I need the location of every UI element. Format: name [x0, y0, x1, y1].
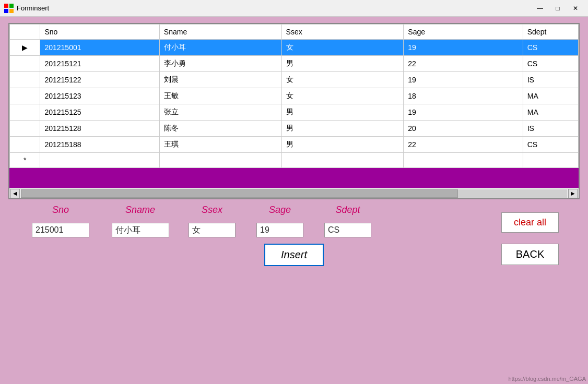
form-labels-row: Sno Sname Ssex Sage Sdept: [19, 205, 569, 219]
label-sage: Sage: [269, 205, 291, 215]
svg-rect-3: [9, 9, 14, 13]
header-sno: Sno: [40, 25, 159, 40]
header-indicator: [10, 25, 40, 40]
data-table-container: Sno Sname Ssex Sage Sdept ▶201215001付小耳女…: [8, 23, 580, 199]
insert-button[interactable]: Insert: [264, 244, 324, 266]
form-actions: Insert clear all BACK: [19, 244, 569, 266]
field-sage: Sage: [246, 205, 314, 219]
header-sname: Sname: [159, 25, 281, 40]
scroll-left-arrow[interactable]: ◀: [10, 189, 20, 198]
title-bar: Forminsert — □ ✕: [0, 0, 588, 17]
scroll-thumb[interactable]: [21, 189, 458, 198]
input-field-sno: [19, 223, 102, 237]
scroll-track[interactable]: [21, 189, 567, 198]
field-sname: Sname: [102, 205, 178, 219]
window-title: Forminsert: [17, 4, 532, 12]
sage-input[interactable]: [256, 223, 303, 237]
horizontal-scrollbar[interactable]: ◀ ▶: [9, 188, 579, 198]
table-header-row: Sno Sname Ssex Sage Sdept: [10, 25, 579, 40]
label-sno: Sno: [52, 205, 69, 215]
form-inputs-row: [19, 223, 569, 237]
header-ssex: Ssex: [281, 25, 404, 40]
table-row[interactable]: ▶201215001付小耳女19CS: [10, 40, 579, 56]
minimize-button[interactable]: —: [532, 3, 548, 14]
header-sdept: Sdept: [523, 25, 578, 40]
watermark: https://blog.csdn.me/m_GAGA: [508, 376, 586, 382]
input-field-sdept: [314, 223, 382, 237]
svg-rect-0: [4, 4, 8, 8]
field-sno: Sno: [19, 205, 102, 219]
data-table: Sno Sname Ssex Sage Sdept ▶201215001付小耳女…: [9, 24, 579, 168]
input-field-sage: [246, 223, 314, 237]
sname-input[interactable]: [112, 223, 169, 237]
svg-rect-2: [4, 9, 8, 13]
clear-all-button[interactable]: clear all: [501, 212, 559, 233]
form-area: Sno Sname Ssex Sage Sdept: [8, 205, 580, 266]
sno-input[interactable]: [32, 223, 89, 237]
purple-bar: [9, 168, 579, 188]
label-sdept: Sdept: [335, 205, 360, 215]
sdept-input[interactable]: [324, 223, 371, 237]
maximize-button[interactable]: □: [549, 3, 566, 14]
close-button[interactable]: ✕: [567, 3, 584, 14]
back-button[interactable]: BACK: [501, 244, 559, 265]
field-ssex: Ssex: [178, 205, 246, 219]
label-ssex: Ssex: [202, 205, 222, 215]
main-content: Sno Sname Ssex Sage Sdept ▶201215001付小耳女…: [0, 17, 588, 384]
app-icon: [4, 4, 14, 13]
table-row[interactable]: 201215128陈冬男20IS: [10, 121, 579, 137]
scroll-right-arrow[interactable]: ▶: [568, 189, 578, 198]
window-controls: — □ ✕: [532, 3, 584, 14]
input-field-sname: [102, 223, 178, 237]
header-sage: Sage: [404, 25, 523, 40]
ssex-input[interactable]: [189, 223, 236, 237]
field-sdept: Sdept: [314, 205, 382, 219]
input-field-ssex: [178, 223, 246, 237]
svg-rect-1: [9, 4, 14, 8]
table-row[interactable]: 201215125张立男19MA: [10, 104, 579, 121]
table-row[interactable]: 201215123王敏女18MA: [10, 88, 579, 104]
label-sname: Sname: [125, 205, 155, 215]
table-new-row[interactable]: *: [10, 153, 579, 168]
table-row[interactable]: 201215188王琪男22CS: [10, 137, 579, 153]
table-row[interactable]: 201215121李小勇男22CS: [10, 56, 579, 72]
table-row[interactable]: 201215122刘晨女19IS: [10, 72, 579, 88]
